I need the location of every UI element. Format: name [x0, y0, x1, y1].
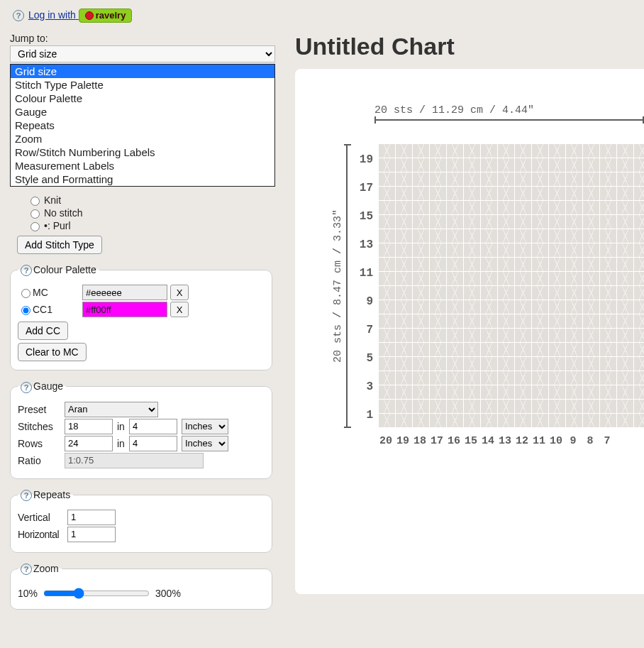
grid-cell[interactable]: [583, 158, 600, 172]
grid-cell[interactable]: [515, 343, 532, 357]
grid-cell[interactable]: [600, 144, 617, 158]
grid-cell[interactable]: [600, 371, 617, 385]
grid-cell[interactable]: [498, 400, 515, 414]
grid-cell[interactable]: [634, 272, 644, 286]
help-icon[interactable]: ?: [21, 265, 32, 276]
grid-cell[interactable]: [617, 243, 634, 258]
grid-cell[interactable]: [634, 187, 644, 201]
grid-cell[interactable]: [617, 385, 634, 400]
grid-cell[interactable]: [379, 343, 396, 357]
jump-option-numbering[interactable]: Row/Stitch Numbering Labels: [11, 145, 274, 159]
grid-cell[interactable]: [583, 300, 600, 314]
grid-cell[interactable]: [464, 158, 481, 172]
grid-cell[interactable]: [498, 187, 515, 201]
jump-option-grid-size[interactable]: Grid size: [11, 65, 274, 78]
jump-option-measurement[interactable]: Measurement Labels: [11, 159, 274, 172]
help-icon[interactable]: ?: [21, 490, 32, 501]
grid-cell[interactable]: [617, 286, 634, 300]
grid-cell[interactable]: [515, 201, 532, 215]
grid-cell[interactable]: [566, 272, 583, 286]
grid-cell[interactable]: [515, 314, 532, 329]
jump-select[interactable]: Grid size: [10, 45, 275, 62]
grid-cell[interactable]: [396, 343, 413, 357]
grid-cell[interactable]: [634, 400, 644, 414]
grid-cell[interactable]: [464, 243, 481, 258]
grid-cell[interactable]: [566, 258, 583, 272]
stitches-input[interactable]: [65, 419, 113, 434]
grid-cell[interactable]: [379, 158, 396, 172]
grid-cell[interactable]: [413, 314, 430, 329]
grid-cell[interactable]: [532, 371, 549, 385]
grid-cell[interactable]: [634, 144, 644, 158]
grid-cell[interactable]: [532, 314, 549, 329]
grid-cell[interactable]: [600, 400, 617, 414]
grid-cell[interactable]: [379, 357, 396, 371]
grid-cell[interactable]: [481, 400, 498, 414]
grid-cell[interactable]: [549, 385, 566, 400]
grid-cell[interactable]: [515, 371, 532, 385]
grid-cell[interactable]: [498, 243, 515, 258]
grid-cell[interactable]: [413, 329, 430, 343]
grid-cell[interactable]: [583, 385, 600, 400]
mc-radio[interactable]: [21, 289, 30, 298]
grid-cell[interactable]: [583, 286, 600, 300]
grid-cell[interactable]: [617, 158, 634, 172]
grid-cell[interactable]: [379, 329, 396, 343]
grid-cell[interactable]: [583, 357, 600, 371]
grid-cell[interactable]: [515, 144, 532, 158]
grid-cell[interactable]: [481, 243, 498, 258]
grid-cell[interactable]: [396, 400, 413, 414]
grid-cell[interactable]: [634, 172, 644, 187]
grid-cell[interactable]: [379, 144, 396, 158]
grid-cell[interactable]: [532, 187, 549, 201]
grid-cell[interactable]: [413, 144, 430, 158]
grid-cell[interactable]: [583, 187, 600, 201]
grid-cell[interactable]: [481, 172, 498, 187]
grid-cell[interactable]: [549, 187, 566, 201]
grid-cell[interactable]: [396, 172, 413, 187]
grid-cell[interactable]: [413, 187, 430, 201]
grid-cell[interactable]: [430, 314, 447, 329]
grid-cell[interactable]: [566, 400, 583, 414]
grid-cell[interactable]: [617, 258, 634, 272]
grid-cell[interactable]: [430, 343, 447, 357]
grid-cell[interactable]: [498, 215, 515, 229]
grid-cell[interactable]: [481, 215, 498, 229]
grid-cell[interactable]: [617, 343, 634, 357]
grid-cell[interactable]: [430, 187, 447, 201]
grid-cell[interactable]: [583, 329, 600, 343]
grid-cell[interactable]: [532, 414, 549, 428]
grid-cell[interactable]: [634, 258, 644, 272]
grid-cell[interactable]: [566, 158, 583, 172]
grid-cell[interactable]: [566, 229, 583, 243]
grid-cell[interactable]: [515, 158, 532, 172]
grid-cell[interactable]: [498, 343, 515, 357]
mc-color-input[interactable]: [82, 285, 167, 300]
grid-cell[interactable]: [464, 187, 481, 201]
grid-cell[interactable]: [617, 187, 634, 201]
grid-cell[interactable]: [430, 400, 447, 414]
grid-cell[interactable]: [396, 215, 413, 229]
grid-cell[interactable]: [447, 371, 464, 385]
grid-cell[interactable]: [532, 286, 549, 300]
jump-option-repeats[interactable]: Repeats: [11, 119, 274, 132]
grid-cell[interactable]: [617, 272, 634, 286]
grid-cell[interactable]: [447, 286, 464, 300]
grid-cell[interactable]: [634, 314, 644, 329]
grid-cell[interactable]: [430, 414, 447, 428]
grid-cell[interactable]: [379, 400, 396, 414]
grid-cell[interactable]: [413, 400, 430, 414]
jump-option-zoom[interactable]: Zoom: [11, 132, 274, 145]
jump-option-style[interactable]: Style and Formatting: [11, 172, 274, 186]
rows-input[interactable]: [65, 436, 113, 451]
grid-cell[interactable]: [634, 385, 644, 400]
grid-cell[interactable]: [600, 158, 617, 172]
grid-cell[interactable]: [617, 172, 634, 187]
grid-cell[interactable]: [447, 357, 464, 371]
grid-cell[interactable]: [447, 400, 464, 414]
grid-cell[interactable]: [430, 243, 447, 258]
grid-cell[interactable]: [566, 385, 583, 400]
grid-cell[interactable]: [447, 414, 464, 428]
grid-cell[interactable]: [566, 215, 583, 229]
horizontal-input[interactable]: [67, 527, 116, 542]
